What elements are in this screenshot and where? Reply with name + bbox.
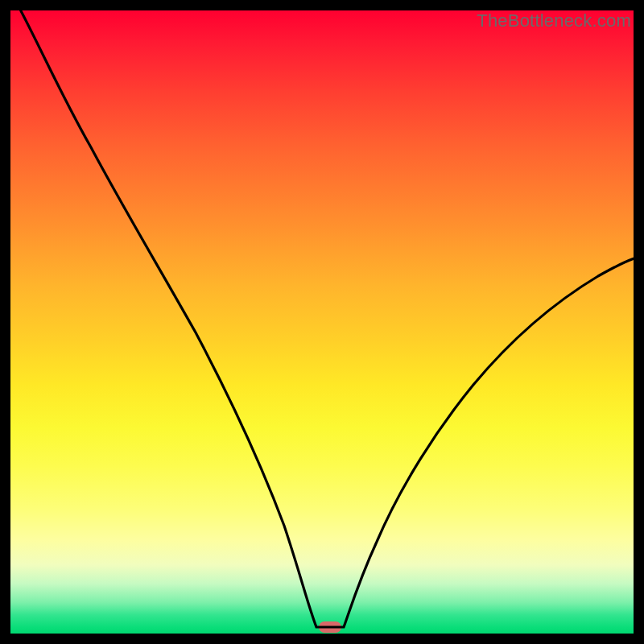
chart-plot-area: TheBottleneck.com [10,10,634,634]
watermark-text: TheBottleneck.com [477,10,631,31]
curve-svg [10,10,634,634]
bottleneck-curve-path [12,10,634,627]
